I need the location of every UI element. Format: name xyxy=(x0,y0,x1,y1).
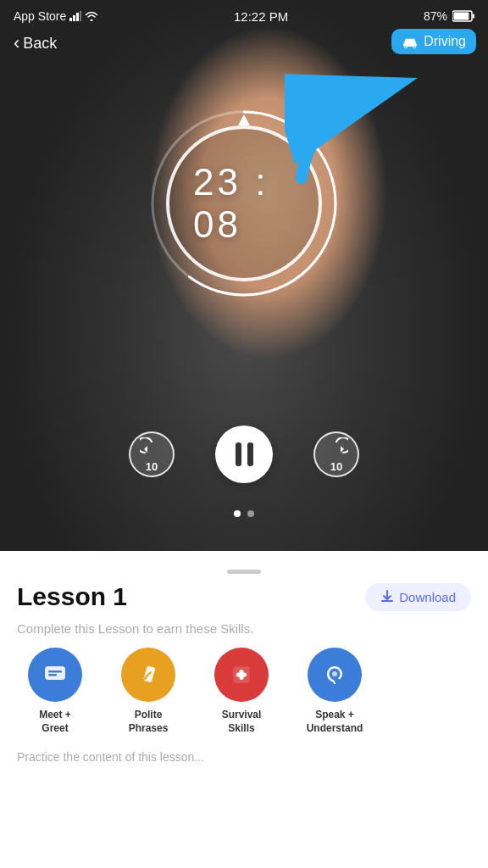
battery-icon xyxy=(452,10,474,22)
skill-label-survival: SurvivalSkills xyxy=(222,709,262,735)
svg-marker-16 xyxy=(341,446,344,453)
first-aid-icon xyxy=(226,659,257,690)
skill-label-polite: PolitePhrases xyxy=(129,709,169,735)
rewind-button[interactable]: 10 xyxy=(129,431,175,477)
download-icon xyxy=(380,590,394,604)
svg-marker-15 xyxy=(144,446,147,453)
pause-icon xyxy=(236,442,253,466)
svg-rect-17 xyxy=(45,666,65,680)
pause-bar-left xyxy=(236,442,241,466)
skill-icon-meet-greet xyxy=(28,648,82,702)
svg-rect-5 xyxy=(472,14,474,19)
bottom-hint-text: Practice the content of this lesson... xyxy=(17,750,471,764)
carrier-signal: App Store xyxy=(14,9,98,23)
rewind-label: 10 xyxy=(146,461,158,472)
svg-marker-14 xyxy=(238,114,250,125)
svg-point-9 xyxy=(413,46,416,48)
video-area: App Store 12:22 PM 87% ‹ xyxy=(0,0,488,551)
pause-button[interactable] xyxy=(215,426,273,483)
back-label: Back xyxy=(23,35,57,53)
back-chevron-icon: ‹ xyxy=(14,32,19,54)
battery-percent: 87% xyxy=(424,9,447,23)
signal-icon xyxy=(69,11,81,21)
car-icon xyxy=(402,35,419,48)
svg-rect-18 xyxy=(48,670,62,673)
dot-1 xyxy=(234,510,241,517)
svg-point-8 xyxy=(405,46,408,48)
lesson-header: Lesson 1 Download xyxy=(17,582,471,611)
skill-polite-phrases[interactable]: PolitePhrases xyxy=(110,648,186,735)
chat-icon xyxy=(40,659,70,690)
driving-label: Driving xyxy=(424,34,466,49)
skill-speak-understand[interactable]: Speak +Understand xyxy=(297,648,373,735)
forward-label: 10 xyxy=(330,461,342,472)
back-button[interactable]: ‹ Back xyxy=(14,32,57,54)
svg-point-27 xyxy=(332,671,337,676)
skill-label-meet-greet: Meet +Greet xyxy=(39,709,71,735)
download-label: Download xyxy=(399,590,456,604)
skill-icon-speak xyxy=(308,648,362,702)
page-indicator xyxy=(234,510,254,517)
svg-point-23 xyxy=(150,667,155,672)
driving-mode-button[interactable]: Driving xyxy=(391,29,476,54)
svg-rect-0 xyxy=(69,18,72,21)
wifi-icon xyxy=(85,11,98,21)
status-bar: App Store 12:22 PM 87% xyxy=(0,0,488,32)
svg-rect-1 xyxy=(73,15,75,21)
svg-rect-3 xyxy=(80,11,81,21)
time-display: 12:22 PM xyxy=(234,9,288,24)
svg-rect-6 xyxy=(453,13,469,20)
ear-icon xyxy=(319,659,350,690)
svg-rect-2 xyxy=(76,13,79,21)
forward-button[interactable]: 10 xyxy=(313,431,359,477)
skill-meet-greet[interactable]: Meet +Greet xyxy=(17,648,93,735)
timer-display: 23 : 08 xyxy=(193,161,295,246)
dot-2 xyxy=(247,510,254,517)
playback-controls: 10 10 xyxy=(0,426,488,483)
svg-rect-26 xyxy=(236,673,247,677)
blue-arrow-annotation xyxy=(285,59,420,195)
svg-rect-19 xyxy=(48,674,57,676)
skill-icon-survival xyxy=(214,648,269,702)
forward-icon xyxy=(324,437,348,461)
download-button[interactable]: Download xyxy=(365,583,471,611)
skills-intro-text: Complete this Lesson to earn these Skill… xyxy=(17,621,471,636)
skill-icon-polite xyxy=(121,648,175,702)
lesson-title: Lesson 1 xyxy=(17,582,127,611)
battery-area: 87% xyxy=(424,9,474,23)
bottom-content: Lesson 1 Download Complete this Lesson t… xyxy=(0,551,488,868)
pencil-icon xyxy=(133,659,164,690)
drag-handle[interactable] xyxy=(227,570,261,574)
carrier-text: App Store xyxy=(14,9,66,23)
skill-label-speak: Speak +Understand xyxy=(307,709,363,735)
skills-row: Meet +Greet PolitePhrases xyxy=(17,648,471,735)
rewind-icon xyxy=(140,437,164,461)
skill-survival[interactable]: SurvivalSkills xyxy=(203,648,280,735)
pause-bar-right xyxy=(247,442,253,466)
